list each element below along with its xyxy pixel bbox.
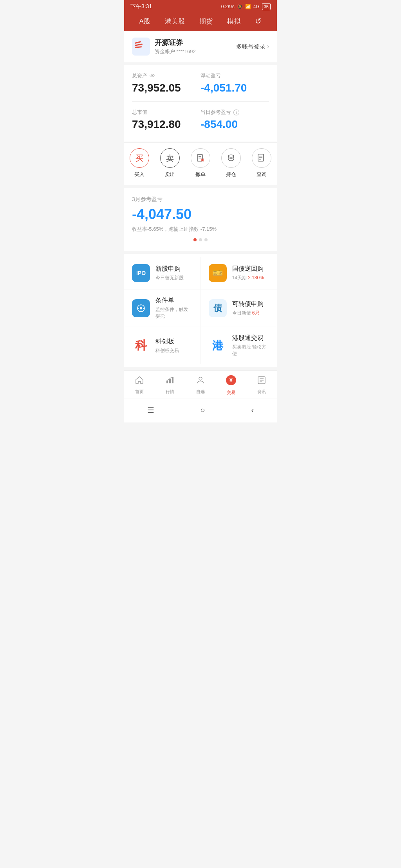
hk-connect-desc: 买卖港股 轻松方便: [232, 344, 269, 357]
watchlist-label: 自选: [196, 389, 205, 395]
svg-point-8: [228, 155, 234, 157]
tab-hk-us[interactable]: 港美股: [165, 17, 185, 26]
service-ipo[interactable]: IPO 新股申购 今日暂无新股: [124, 257, 201, 289]
star-market-name: 科创板: [155, 338, 179, 346]
bottom-nav-news[interactable]: 资讯: [246, 376, 277, 395]
service-row-3: 科 科创板 科创板交易 港 港股通交易 买卖港股 轻松方便: [124, 327, 277, 364]
tab-futures[interactable]: 期货: [199, 17, 213, 26]
news-label: 资讯: [257, 389, 266, 395]
svg-rect-1: [135, 43, 143, 46]
status-bar: 下午3:31 0.2K/s 🔕 📶 4G 35: [124, 0, 277, 13]
cancel-label: 撤单: [195, 171, 206, 178]
market-label: 行情: [166, 389, 174, 395]
svg-rect-20: [169, 379, 171, 383]
status-right: 0.2K/s 🔕 📶 4G 35: [221, 3, 271, 10]
logo-icon: [133, 39, 149, 54]
account-left: 开源证券 资金帐户 ****1692: [132, 38, 196, 56]
trade-label: 交易: [227, 390, 235, 395]
ipo-desc: 今日暂无新股: [155, 275, 184, 281]
stats-row-1: 总资产 👁 73,952.05 浮动盈亏 -4,051.70: [132, 72, 269, 94]
hk-connect-icon: 港: [209, 337, 227, 355]
position-button[interactable]: 持仓: [221, 148, 241, 178]
service-condition[interactable]: 条件单 监控条件，触发委托: [124, 289, 201, 327]
account-card: 开源证券 资金帐户 ****1692 多账号登录 ›: [124, 31, 277, 62]
service-row-2: 条件单 监控条件，触发委托 债 可转债申购 今日新债 6只: [124, 289, 277, 327]
convertible-name: 可转债申购: [232, 300, 264, 308]
trade-icon: ¥: [226, 375, 237, 388]
monthly-label: 3月参考盈亏: [132, 196, 269, 203]
total-market-value-label: 总市值: [132, 109, 200, 116]
position-icon: [221, 148, 241, 168]
condition-icon: [132, 299, 150, 317]
services-section: IPO 新股申购 今日暂无新股 🎫 国债逆回购 14天期 2.130%: [124, 254, 277, 367]
hk-connect-text: 港股通交易 买卖港股 轻松方便: [232, 334, 269, 357]
sell-label: 卖出: [165, 171, 175, 178]
info-icon[interactable]: i: [233, 110, 239, 115]
service-star-market[interactable]: 科 科创板 科创板交易: [124, 327, 201, 364]
daily-pnl: 当日参考盈亏 i -854.00: [200, 109, 269, 131]
signal-icon: 📶: [245, 4, 251, 9]
account-sub: 资金帐户 ****1692: [155, 48, 196, 55]
query-button[interactable]: 查询: [252, 148, 271, 178]
buy-icon: 买: [130, 148, 149, 168]
star-market-icon: 科: [132, 337, 150, 355]
chevron-right-icon: ›: [267, 43, 269, 50]
tab-a-shares[interactable]: A股: [139, 17, 150, 26]
total-assets-value: 73,952.05: [132, 82, 200, 94]
home-label: 首页: [135, 389, 144, 395]
buy-button[interactable]: 买 买入: [130, 148, 149, 178]
bottom-nav-home[interactable]: 首页: [124, 376, 155, 395]
total-assets-label: 总资产 👁: [132, 72, 200, 79]
ipo-text: 新股申购 今日暂无新股: [155, 265, 184, 281]
condition-desc: 监控条件，触发委托: [155, 306, 193, 320]
svg-rect-2: [135, 46, 142, 48]
svg-rect-19: [166, 381, 168, 383]
sell-icon: 卖: [160, 148, 180, 168]
sell-button[interactable]: 卖 卖出: [160, 148, 180, 178]
bottom-nav-market[interactable]: 行情: [155, 376, 185, 395]
home-icon: [135, 376, 144, 387]
total-market-value-value: 73,912.80: [132, 118, 200, 131]
condition-text: 条件单 监控条件，触发委托: [155, 297, 193, 320]
menu-button[interactable]: ☰: [139, 404, 162, 416]
back-button[interactable]: ‹: [243, 404, 262, 416]
monthly-sub: 收益率-5.65%，跑输上证指数 -7.15%: [132, 226, 269, 233]
home-button[interactable]: ○: [193, 404, 213, 416]
ipo-icon: IPO: [132, 264, 150, 282]
svg-point-22: [199, 377, 202, 380]
monthly-banner: 3月参考盈亏 -4,047.50 收益率-5.65%，跑输上证指数 -7.15%: [124, 188, 277, 251]
cancel-icon: [191, 148, 210, 168]
svg-point-14: [140, 307, 142, 309]
multi-account-button[interactable]: 多账号登录 ›: [236, 43, 269, 50]
mute-icon: 🔕: [237, 4, 243, 9]
buy-label: 买入: [134, 171, 145, 178]
bond-ticket-icon: 🎫: [209, 264, 227, 282]
eye-icon[interactable]: 👁: [150, 73, 155, 79]
refresh-button[interactable]: ↺: [255, 16, 262, 26]
service-convertible[interactable]: 债 可转债申购 今日新债 6只: [201, 289, 277, 327]
condition-name: 条件单: [155, 297, 193, 305]
battery: 35: [262, 3, 271, 10]
svg-rect-0: [135, 41, 141, 44]
floating-pnl: 浮动盈亏 -4,051.70: [200, 72, 269, 94]
top-nav: A股 港美股 期货 模拟 ↺: [124, 13, 277, 31]
system-nav: ☰ ○ ‹: [124, 399, 277, 422]
svg-rect-21: [172, 377, 173, 383]
service-hk-connect[interactable]: 港 港股通交易 买卖港股 轻松方便: [201, 327, 277, 364]
stats-divider: [132, 101, 269, 102]
convertible-desc: 今日新债 6只: [232, 310, 264, 316]
bottom-nav-watchlist[interactable]: 自选: [185, 376, 216, 395]
tab-simulate[interactable]: 模拟: [227, 17, 240, 26]
position-label: 持仓: [226, 171, 236, 178]
service-bond-repo[interactable]: 🎫 国债逆回购 14天期 2.130%: [201, 257, 277, 289]
monthly-value: -4,047.50: [132, 206, 269, 223]
bond-repo-name: 国债逆回购: [232, 265, 264, 273]
stats-section: 总资产 👁 73,952.05 浮动盈亏 -4,051.70 总市值 73,91…: [124, 65, 277, 142]
cancel-order-button[interactable]: 撤单: [191, 148, 210, 178]
dot-1: [193, 238, 197, 241]
query-label: 查询: [256, 171, 267, 178]
dot-2: [199, 238, 202, 241]
convertible-icon: 债: [209, 299, 227, 317]
bottom-nav-trade[interactable]: ¥ 交易: [216, 375, 246, 395]
ipo-name: 新股申购: [155, 265, 184, 273]
